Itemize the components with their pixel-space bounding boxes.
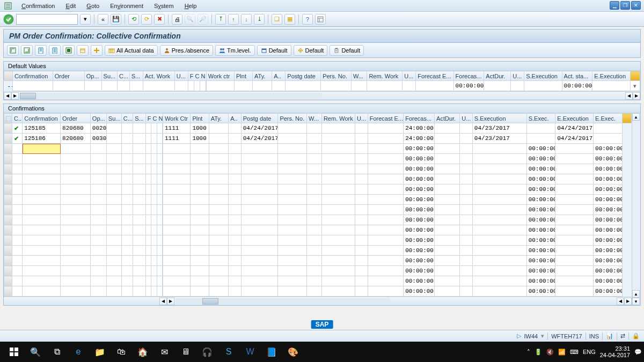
first-page-icon[interactable]: ⤒ (215, 14, 226, 25)
col-c[interactable]: C... (118, 71, 130, 81)
monitor-icon[interactable]: 🖥 (175, 342, 196, 362)
edge-icon[interactable]: e (68, 342, 89, 362)
all-actual-data-button[interactable]: All Actual data (105, 45, 158, 56)
table-row[interactable]: 00:00:0000:00:0000:00:00 (4, 256, 632, 266)
back-page-icon[interactable]: « (98, 14, 108, 25)
col-c2[interactable]: C.. (12, 114, 23, 123)
status-icon-3[interactable]: 🔒 (632, 333, 640, 339)
status-icon-1[interactable]: 📊 (606, 333, 613, 339)
close-icon[interactable]: ✕ (631, 1, 641, 10)
col-fcn[interactable]: F C N (188, 71, 206, 81)
confirm-vscroll[interactable]: ▲ ▲ ▼ (632, 113, 640, 305)
hscroll-left-icon[interactable]: ◀ (4, 92, 11, 100)
vscroll-up-icon[interactable]: ▲ (632, 113, 640, 121)
word-icon[interactable]: W (239, 342, 261, 362)
col-sexec2[interactable]: S.Execution (472, 114, 526, 123)
col-actdur2[interactable]: ActDur. (435, 114, 460, 123)
command-input[interactable] (16, 14, 78, 25)
col-actsta[interactable]: Act. sta... (562, 71, 592, 81)
store-icon[interactable]: 🛍 (111, 342, 132, 362)
col-forecas[interactable]: Forecas... (453, 71, 484, 81)
col-u2b[interactable]: U... (355, 114, 368, 123)
tray-clock[interactable]: 23:31 24-04-2017 (600, 345, 630, 358)
mail-icon[interactable]: ✉ (153, 342, 175, 362)
col-actdur[interactable]: ActDur. (484, 71, 511, 81)
shortcut-icon[interactable]: ▦ (284, 14, 295, 25)
find-next-icon[interactable]: 🔎 (197, 14, 208, 25)
configure-columns-icon[interactable] (630, 71, 640, 81)
col-order[interactable]: Order (53, 71, 84, 81)
sap-logon-icon[interactable]: 📘 (261, 342, 282, 362)
default-3-button[interactable]: Default (330, 45, 364, 56)
table-row[interactable]: 00:00:0000:00:0000:00:00 (4, 235, 632, 246)
find-icon[interactable]: 🔍 (185, 14, 195, 25)
maximize-icon[interactable]: ❐ (620, 1, 630, 10)
task-view-icon[interactable]: ⧉ (46, 342, 68, 362)
command-dropdown-icon[interactable]: ▾ (80, 14, 91, 25)
skype-icon[interactable]: S (218, 342, 239, 362)
default-hscroll[interactable]: ◀ ▶ ◀ ▶ (4, 91, 640, 100)
search-icon[interactable]: 🔍 (25, 342, 46, 362)
app-btn-2[interactable] (21, 45, 33, 56)
table-row[interactable]: 00:00:0000:00:0000:00:00 (4, 164, 632, 174)
col-workctr2[interactable]: Work Ctr (163, 114, 190, 123)
hscroll-left2-icon[interactable]: ◀ (617, 298, 624, 305)
app-btn-6[interactable] (77, 45, 89, 56)
col-fce2[interactable]: Forecast E... (368, 114, 403, 123)
col-sexec[interactable]: S.Execution (524, 71, 562, 81)
col-su2[interactable]: Su... (106, 114, 121, 123)
row-selector-header[interactable] (4, 71, 13, 81)
table-row[interactable]: 00:00:0000:00:0000:00:00 (4, 195, 632, 205)
menu-environment[interactable]: Environment (105, 2, 149, 10)
col-postg2[interactable]: Postg date (241, 114, 278, 123)
app-btn-1[interactable] (7, 45, 19, 56)
exit-icon[interactable]: ⟳ (141, 14, 152, 25)
col-plnt2[interactable]: Plnt (191, 114, 209, 123)
confirm-hscroll[interactable]: ◀ ▶ ◀ ▶ (4, 297, 632, 305)
back-icon[interactable]: ⟲ (128, 14, 139, 25)
menu-goto[interactable]: Goto (81, 2, 105, 10)
cancel-icon[interactable]: ✖ (154, 14, 165, 25)
save-icon[interactable]: 💾 (111, 14, 121, 25)
col-s[interactable]: S... (129, 71, 143, 81)
col-aty2[interactable]: ATy. (209, 114, 228, 123)
default-data-row[interactable]: --> 00:00:00 00:00:00 ▾ (4, 81, 640, 91)
home-icon[interactable]: 🏠 (132, 342, 153, 362)
col-s2[interactable]: S... (133, 114, 146, 123)
table-row[interactable]: 00:00:0000:00:0000:00:00 (4, 174, 632, 184)
minimize-icon[interactable]: ▁ (610, 1, 619, 10)
table-row[interactable]: 00:00:0000:00:0000:00:00 (4, 184, 632, 195)
col-remwork[interactable]: Rem. Work (367, 71, 402, 81)
table-row[interactable]: 00:00:0000:00:0000:00:00 (4, 276, 632, 286)
table-row[interactable]: 00:00:0000:00:0000:00:00 (4, 225, 632, 235)
table-row[interactable]: ✔12518682068000301111100004/24/201724:00… (4, 134, 632, 144)
col-u3b[interactable]: U... (460, 114, 473, 123)
col-persno[interactable]: Pers. No. (321, 71, 352, 81)
col-eexec[interactable]: E.Execution (592, 71, 630, 81)
col-w[interactable]: W... (351, 71, 367, 81)
app-btn-3[interactable] (35, 45, 47, 56)
col-eexec2[interactable]: E.Execution (555, 114, 594, 123)
col-persno2[interactable]: Pers. No. (278, 114, 307, 123)
col-su[interactable]: Su... (101, 71, 118, 81)
tray-volume-icon[interactable]: 🔇 (546, 349, 554, 356)
menu-help[interactable]: Help (179, 2, 202, 10)
menu-edit[interactable]: Edit (60, 2, 81, 10)
col-c3[interactable]: C... (121, 114, 133, 123)
col-fce[interactable]: Forecast E... (416, 71, 453, 81)
next-page-icon[interactable]: ↓ (241, 14, 252, 25)
hscroll-right2-icon[interactable]: ▶ (624, 298, 632, 305)
tray-notifications-icon[interactable]: 💬 (634, 349, 642, 356)
table-row[interactable]: 00:00:0000:00:0000:00:00 (4, 144, 632, 154)
app-btn-5[interactable] (63, 45, 75, 56)
pres-absence-button[interactable]: Pres./absence (160, 45, 213, 56)
col-confirmation[interactable]: Confirmation (12, 71, 53, 81)
table-row[interactable]: 00:00:0000:00:0000:00:00 (4, 246, 632, 256)
col-op[interactable]: Op... (84, 71, 101, 81)
tray-lang[interactable]: ENG (583, 349, 596, 355)
menu-system[interactable]: System (149, 2, 179, 10)
default-2-button[interactable]: Default (294, 45, 328, 56)
hscroll-right2-icon[interactable]: ▶ (633, 92, 640, 100)
status-tcode-menu-icon[interactable]: ▾ (541, 333, 544, 339)
last-page-icon[interactable]: ⤓ (254, 14, 265, 25)
